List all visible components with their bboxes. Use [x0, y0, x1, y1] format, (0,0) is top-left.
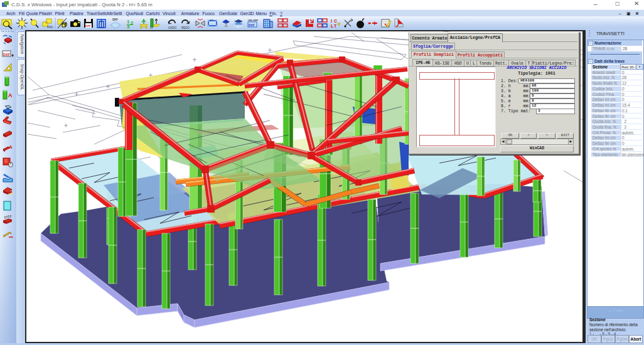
svg-text:A: A [9, 144, 13, 150]
svg-text:ON-OFF: ON-OFF [248, 19, 258, 22]
svg-text:PAN: PAN [47, 26, 53, 29]
svg-text:I: I [331, 19, 332, 23]
svg-text:12: 12 [150, 26, 153, 29]
svg-text:C: C [334, 19, 337, 23]
svg-text:OFF: OFF [112, 18, 118, 21]
svg-text:T: T [334, 24, 337, 28]
svg-text:UNDO: UNDO [168, 26, 177, 29]
svg-text:m4: m4 [210, 18, 213, 21]
svg-text:A: A [8, 92, 13, 98]
svg-text:DFP: DFP [86, 24, 91, 28]
svg-text:REDO: REDO [181, 26, 190, 29]
svg-text:DXF: DXF [3, 53, 11, 56]
svg-text:DXF: DXF [249, 23, 255, 27]
